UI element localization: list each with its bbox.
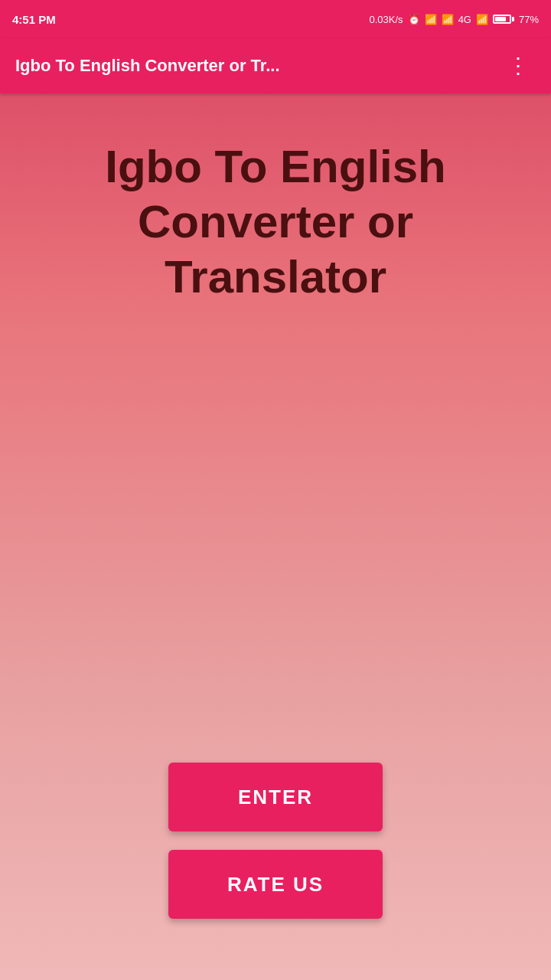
status-center: 0.03K/s ⏰ 📶 📶 4G 📶 77% — [370, 14, 539, 25]
signal-icon: 📶 — [442, 14, 454, 25]
buttons-section: ENTER RATE US — [31, 763, 520, 919]
battery-icon — [493, 15, 514, 24]
alarm-icon: ⏰ — [408, 14, 420, 25]
app-bar-title: Igbo To English Converter or Tr... — [15, 56, 501, 76]
enter-button[interactable]: ENTER — [168, 763, 383, 831]
signal-icon-2: 📶 — [476, 14, 488, 25]
battery-percent: 77% — [519, 14, 539, 25]
status-time: 4:51 PM — [12, 13, 56, 26]
overflow-menu-icon[interactable]: ⋮ — [501, 49, 536, 83]
app-bar: Igbo To English Converter or Tr... ⋮ — [0, 38, 551, 93]
rate-us-button[interactable]: RATE US — [168, 850, 383, 919]
main-content: Igbo To English Converter or Translator … — [0, 93, 551, 980]
app-main-title: Igbo To English Converter or Translator — [31, 139, 520, 305]
4g-label: 4G — [458, 14, 471, 25]
network-speed: 0.03K/s — [370, 14, 403, 25]
wifi-icon: 📶 — [425, 14, 437, 25]
status-bar: 4:51 PM 0.03K/s ⏰ 📶 📶 4G 📶 77% — [0, 0, 551, 38]
